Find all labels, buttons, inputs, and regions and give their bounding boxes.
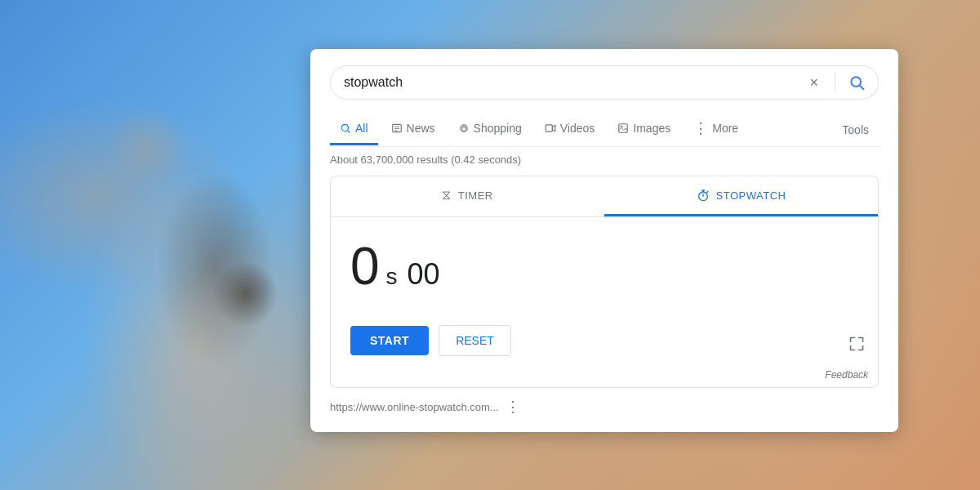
tab-videos[interactable]: Videos: [535, 114, 605, 145]
tab-news-label: News: [407, 122, 435, 135]
results-count: About 63,700,000 results (0.42 seconds): [330, 154, 879, 166]
widget-tab-stopwatch[interactable]: STOPWATCH: [604, 176, 878, 216]
more-tab-icon: ⋮: [693, 121, 708, 136]
url-options-icon[interactable]: ⋮: [506, 398, 520, 416]
svg-line-3: [347, 130, 350, 132]
clear-icon: ×: [809, 74, 818, 91]
search-divider: [835, 73, 835, 92]
videos-tab-icon: [545, 122, 556, 134]
timer-icon: ⧖: [442, 188, 452, 203]
search-input[interactable]: [344, 75, 800, 90]
nav-tabs: All News Shopping Videos: [330, 113, 879, 147]
news-tab-icon: [391, 122, 403, 134]
images-tab-icon: [617, 122, 629, 134]
tab-news[interactable]: News: [381, 114, 445, 145]
widget-footer: START RESET: [331, 315, 878, 366]
tab-shopping[interactable]: Shopping: [448, 114, 532, 145]
svg-line-1: [860, 86, 864, 90]
tab-shopping-label: Shopping: [474, 122, 522, 135]
search-submit-button[interactable]: [849, 74, 865, 91]
search-clear-button[interactable]: ×: [806, 74, 822, 91]
start-button[interactable]: START: [350, 326, 429, 355]
widget-tabs: ⧖ TIMER STOPWATCH: [331, 176, 878, 217]
tab-images-label: Images: [633, 122, 670, 135]
tab-images[interactable]: Images: [608, 114, 680, 145]
shopping-tab-icon: [458, 122, 470, 134]
all-tab-icon: [340, 122, 351, 134]
tab-more[interactable]: ⋮ More: [684, 113, 748, 146]
url-bar: https://www.online-stopwatch.com... ⋮: [330, 394, 879, 419]
stopwatch-display: 0 s 00: [350, 240, 440, 292]
tab-all-label: All: [355, 122, 368, 135]
reset-button[interactable]: RESET: [439, 325, 511, 356]
widget-tab-timer[interactable]: ⧖ TIMER: [331, 176, 604, 216]
svg-line-16: [706, 191, 707, 192]
search-panel: × All News: [310, 49, 898, 432]
stopwatch-seconds: 0: [350, 240, 380, 292]
widget-tab-stopwatch-label: STOPWATCH: [716, 189, 786, 202]
stopwatch-centiseconds: 00: [408, 257, 440, 292]
tools-button[interactable]: Tools: [832, 115, 879, 145]
stopwatch-display-area: 0 s 00: [331, 217, 878, 315]
svg-point-11: [621, 126, 622, 127]
tab-videos-label: Videos: [560, 122, 595, 135]
widget-tab-timer-label: TIMER: [458, 189, 493, 202]
feedback-area: Feedback: [331, 366, 878, 387]
fullscreen-icon: [849, 336, 865, 352]
stopwatch-unit: s: [386, 264, 398, 290]
feedback-label[interactable]: Feedback: [825, 369, 868, 381]
stopwatch-tab-icon: [697, 189, 710, 202]
svg-rect-9: [546, 125, 552, 131]
fullscreen-button[interactable]: [849, 336, 865, 356]
result-url: https://www.online-stopwatch.com...: [330, 401, 499, 413]
tab-all[interactable]: All: [330, 114, 378, 145]
svg-rect-10: [619, 124, 628, 133]
search-icon: [849, 74, 865, 91]
search-bar: ×: [330, 65, 879, 100]
tab-more-label: More: [712, 122, 738, 135]
tools-label: Tools: [842, 123, 869, 136]
widget-card: ⧖ TIMER STOPWATCH 0 s 00: [330, 176, 879, 388]
